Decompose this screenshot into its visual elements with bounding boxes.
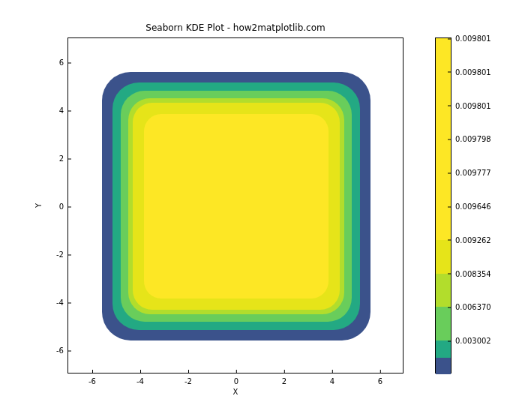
colorbar-tick: 0.009801 (451, 68, 491, 76)
y-axis-label: Y (34, 203, 43, 208)
colorbar: 0.0098010.0098010.0098010.0097980.009777… (435, 38, 452, 374)
x-tick: 0 (234, 373, 238, 386)
colorbar-tick: 0.008354 (451, 269, 491, 278)
x-tick: 2 (282, 373, 286, 386)
chart-title: Seaborn KDE Plot - how2matplotlib.com (68, 22, 404, 33)
x-tick: -2 (184, 373, 192, 386)
y-tick: -4 (56, 298, 68, 307)
y-tick: 0 (59, 202, 68, 211)
colorbar-segment (436, 340, 451, 357)
colorbar-tick: 0.009646 (451, 202, 491, 211)
y-tick: 6 (59, 58, 68, 67)
colorbar-tick: 0.009777 (451, 169, 491, 177)
colorbar-tick: 0.006370 (451, 303, 491, 311)
colorbar-tick: 0.009798 (451, 135, 491, 143)
x-tick: 4 (330, 373, 334, 386)
y-tick: -6 (56, 346, 68, 355)
colorbar-tick: 0.009801 (451, 101, 491, 110)
figure: Seaborn KDE Plot - how2matplotlib.com -6… (0, 0, 525, 420)
x-axis-label: X (233, 388, 238, 396)
contour-level (144, 114, 328, 298)
x-tick: -4 (136, 373, 144, 386)
y-tick: 2 (59, 154, 68, 163)
y-tick: -2 (56, 250, 68, 259)
axes: -6-4-20246 -6-4-20246 Y X (68, 38, 404, 374)
x-tick: 6 (378, 373, 382, 386)
colorbar-tick: 0.003002 (451, 337, 491, 345)
colorbar-segment (436, 274, 451, 308)
y-tick: 4 (59, 106, 68, 115)
colorbar-tick: 0.009801 (451, 34, 491, 43)
x-tick: -6 (88, 373, 96, 386)
colorbar-segment (436, 307, 451, 340)
colorbar-tick: 0.009262 (451, 236, 491, 244)
plot-area (68, 38, 403, 373)
colorbar-segment (436, 240, 451, 274)
colorbar-segment (436, 358, 451, 374)
